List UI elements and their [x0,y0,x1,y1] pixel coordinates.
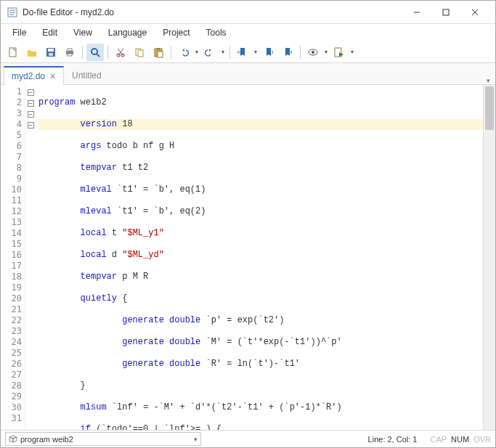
code-editor[interactable]: 1234567891011121314151617181920212223242… [1,85,495,430]
bookmark-next-button[interactable] [279,44,296,61]
menu-project[interactable]: Project [155,26,197,39]
num-indicator: NUM [451,435,469,444]
svg-rect-5 [49,53,53,56]
svg-rect-2 [9,48,16,57]
minimize-button[interactable] [402,2,431,23]
redo-dropdown[interactable]: ▾ [220,44,226,61]
bookmark-toggle-button[interactable] [234,44,251,61]
fold-toggle-icon[interactable]: − [28,89,34,96]
menubar: File Edit View Language Project Tools [1,24,495,41]
menu-view[interactable]: View [66,26,99,39]
window-title: Do-file Editor - myd2.do [23,7,402,17]
ovr-indicator: OVR [473,435,491,444]
bookmark-dropdown[interactable]: ▾ [253,44,259,61]
tab-untitled[interactable]: Untitled [64,65,110,84]
code-content[interactable]: program weib2 version 18 args todo b nf … [36,85,495,430]
fold-gutter: − − − − [25,85,36,430]
chevron-down-icon: ▾ [194,436,198,443]
svg-rect-15 [157,48,160,50]
undo-dropdown[interactable]: ▾ [194,44,200,61]
menu-file[interactable]: File [5,26,33,39]
copy-button[interactable] [131,44,148,61]
menu-tools[interactable]: Tools [199,26,234,39]
show-preview-button[interactable] [304,44,322,61]
fold-toggle-icon[interactable]: − [28,111,34,118]
tab-label: myd2.do [12,71,45,81]
open-file-button[interactable] [23,44,41,61]
menu-edit[interactable]: Edit [35,26,65,39]
fold-toggle-icon[interactable]: − [28,100,34,107]
svg-point-9 [92,49,97,54]
preview-dropdown[interactable]: ▾ [323,44,329,61]
maximize-button[interactable] [431,2,460,23]
function-navigator[interactable]: program weib2 ▾ [5,432,201,446]
tab-label: Untitled [72,70,102,81]
statusbar: program weib2 ▾ Line: 2, Col: 1 CAP NUM … [1,430,495,447]
close-button[interactable] [460,2,489,23]
scrollbar-thumb[interactable] [485,86,494,130]
toolbar-separator [107,46,108,59]
paste-button[interactable] [150,44,167,61]
new-file-button[interactable] [4,44,22,61]
tab-bar: myd2.do ✕ Untitled ▾ [1,63,495,85]
cube-icon [9,435,17,444]
svg-rect-8 [68,54,72,56]
undo-button[interactable] [175,44,192,61]
toolbar-separator [229,46,230,59]
redo-button[interactable] [201,44,219,61]
svg-point-18 [312,51,314,54]
tab-myd2[interactable]: myd2.do ✕ [4,66,64,85]
caps-indicator: CAP [430,435,447,444]
vertical-scrollbar[interactable] [483,85,495,430]
save-button[interactable] [42,44,60,61]
cut-button[interactable] [112,44,129,61]
toolbar-separator [300,46,301,59]
bookmark-prev-button[interactable] [260,44,277,61]
svg-rect-13 [138,50,143,57]
line-number-gutter: 1234567891011121314151617181920212223242… [1,85,25,430]
tab-overflow-button[interactable]: ▾ [481,77,495,84]
find-button[interactable] [86,44,104,61]
cursor-position: Line: 2, Col: 1 [368,435,418,444]
fold-toggle-icon[interactable]: − [28,122,34,129]
svg-rect-7 [68,49,72,51]
toolbar-separator [171,46,171,59]
execute-button[interactable] [330,44,348,61]
svg-rect-16 [158,52,163,57]
tab-close-icon[interactable]: ✕ [49,72,56,81]
execute-dropdown[interactable]: ▾ [349,44,355,61]
svg-rect-4 [48,49,54,52]
toolbar-separator [82,46,83,59]
print-button[interactable] [61,44,78,61]
menu-language[interactable]: Language [101,26,154,39]
window-titlebar: Do-file Editor - myd2.do [1,1,495,24]
function-name: program weib2 [20,435,73,444]
app-icon [7,7,18,18]
svg-rect-1 [443,9,449,15]
toolbar: ▾ ▾ ▾ ▾ ▾ [1,41,495,63]
